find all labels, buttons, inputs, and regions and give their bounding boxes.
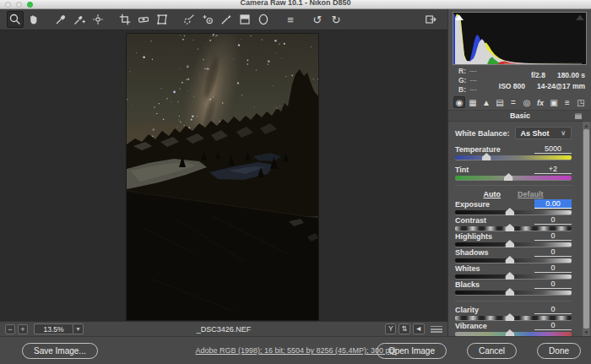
- slider-thumb[interactable]: [505, 208, 514, 215]
- slider-label: Clarity: [455, 306, 479, 314]
- tab-camera-calibration[interactable]: ▣: [548, 96, 560, 108]
- footer-bar: Save Image... Adobe RGB (1998); 16 bit; …: [0, 336, 591, 364]
- exif-readout: f/2.8 180.00 s ISO 800 14-24@17 mm: [489, 67, 588, 95]
- slider-value-field[interactable]: 0: [534, 263, 572, 273]
- shutter-value: 180.00 s: [557, 71, 585, 79]
- color-sampler-tool-icon[interactable]: [71, 11, 88, 28]
- panel-scrollbar[interactable]: ▲ ▼: [583, 122, 590, 336]
- slider-label: Blacks: [455, 280, 480, 289]
- cancel-button[interactable]: Cancel: [467, 343, 517, 359]
- window-title: Camera Raw 10.1 - Nikon D850: [0, 0, 591, 8]
- iso-value: ISO 800: [499, 82, 525, 90]
- fullscreen-toggle-icon[interactable]: [422, 11, 439, 28]
- slider-label: Exposure: [455, 200, 490, 209]
- slider-row-tint: Tint +2: [455, 165, 572, 180]
- image-info: R:--- G:--- B:--- f/2.8 180.00 s ISO 800…: [452, 67, 588, 95]
- done-button[interactable]: Done: [537, 343, 581, 359]
- slider-value-field[interactable]: 0: [534, 280, 572, 289]
- tab-basic[interactable]: ◉: [453, 96, 465, 108]
- swap-before-after-button[interactable]: ⇅: [399, 323, 409, 334]
- panel-tabs: ◉▦▲▤=◎fx▣≡◳: [452, 96, 588, 110]
- tab-tone-curve[interactable]: ▦: [467, 96, 479, 108]
- slider-row-temperature: Temperature 5000: [455, 144, 572, 160]
- auto-link[interactable]: Auto: [483, 190, 501, 198]
- scrollbar-thumb[interactable]: [583, 129, 589, 329]
- transform-tool-icon[interactable]: [154, 11, 171, 28]
- slider-thumb[interactable]: [505, 224, 514, 231]
- slider-track[interactable]: [455, 258, 572, 263]
- tab-split-toning[interactable]: =: [507, 96, 519, 108]
- slider-thumb[interactable]: [505, 240, 514, 247]
- slider-value-field[interactable]: 0: [534, 215, 572, 225]
- slider-track[interactable]: [455, 274, 572, 279]
- graduated-filter-tool-icon[interactable]: [236, 11, 253, 28]
- histogram: [453, 12, 587, 65]
- rotate-left-tool-icon[interactable]: ↺: [309, 11, 326, 28]
- white-balance-tool-icon[interactable]: [52, 11, 69, 28]
- filename-label: _DSC3426.NEF: [0, 325, 447, 334]
- copy-settings-button[interactable]: ◄: [413, 323, 425, 334]
- slider-value-field[interactable]: 0: [534, 231, 572, 241]
- tab-detail[interactable]: ▲: [480, 96, 492, 108]
- white-balance-label: White Balance:: [455, 129, 510, 138]
- slider-track[interactable]: [455, 176, 572, 180]
- slider-thumb[interactable]: [505, 329, 514, 336]
- workflow-options-link[interactable]: Adobe RGB (1998); 16 bit; 5504 by 8256 (…: [195, 346, 395, 355]
- slider-thumb[interactable]: [482, 153, 491, 160]
- radial-filter-tool-icon[interactable]: [255, 11, 272, 28]
- tab-hsl-grayscale[interactable]: ▤: [494, 96, 506, 108]
- tab-presets[interactable]: ≡: [561, 96, 573, 108]
- slider-track[interactable]: [455, 155, 572, 160]
- slider-value-field[interactable]: 0: [534, 321, 572, 330]
- tab-lens-corrections[interactable]: ◎: [521, 96, 533, 108]
- slider-track[interactable]: [455, 242, 572, 247]
- panel-menu-icon[interactable]: [575, 113, 582, 119]
- scroll-down-icon[interactable]: ▼: [583, 329, 589, 335]
- photo-preview[interactable]: [127, 34, 318, 320]
- slider-thumb[interactable]: [505, 272, 514, 280]
- rotate-right-tool-icon[interactable]: ↻: [328, 11, 344, 28]
- slider-label: Highlights: [455, 232, 492, 241]
- white-balance-value: As Shot: [521, 129, 550, 138]
- targeted-adjustment-tool-icon[interactable]: [89, 11, 106, 28]
- slider-thumb[interactable]: [505, 288, 514, 296]
- tab-snapshots[interactable]: ◳: [575, 96, 587, 108]
- slider-value-field[interactable]: +2: [534, 165, 572, 174]
- preferences-tool-icon[interactable]: ≡: [282, 11, 299, 28]
- aperture-value: f/2.8: [531, 71, 545, 79]
- slider-value-field[interactable]: 0: [534, 305, 572, 314]
- slider-track[interactable]: [455, 291, 572, 295]
- slider-value-field[interactable]: 0: [534, 247, 572, 257]
- crop-tool-icon[interactable]: [117, 11, 133, 28]
- white-balance-select[interactable]: As Shot ∨: [515, 127, 572, 139]
- slider-track[interactable]: [455, 226, 572, 231]
- slider-track[interactable]: [455, 210, 572, 215]
- slider-thumb[interactable]: [505, 256, 514, 263]
- basic-controls: White Balance: As Shot ∨ Temperature 500…: [448, 122, 582, 336]
- scroll-up-icon[interactable]: ▲: [583, 122, 589, 128]
- default-link[interactable]: Default: [518, 190, 544, 198]
- zoom-tool-icon[interactable]: [7, 11, 24, 28]
- slider-track[interactable]: [455, 316, 572, 320]
- spot-removal-tool-icon[interactable]: [181, 11, 198, 28]
- hand-tool-icon[interactable]: [25, 11, 42, 28]
- adjustments-panel: R:--- G:--- B:--- f/2.8 180.00 s ISO 800…: [447, 9, 591, 336]
- slider-label: Shadows: [455, 248, 489, 257]
- slider-thumb[interactable]: [505, 313, 514, 321]
- slider-value-field[interactable]: 0.00: [534, 199, 572, 209]
- tab-effects[interactable]: fx: [534, 96, 546, 108]
- preview-menu-icon[interactable]: [431, 326, 442, 333]
- straighten-tool-icon[interactable]: [135, 11, 152, 28]
- save-image-button[interactable]: Save Image...: [22, 343, 98, 359]
- slider-row-vibrance: Vibrance 0: [455, 321, 572, 336]
- red-eye-removal-tool-icon[interactable]: [199, 11, 216, 28]
- adjustment-brush-tool-icon[interactable]: [218, 11, 235, 28]
- slider-value-field[interactable]: 5000: [534, 144, 572, 154]
- lens-value: 14-24@17 mm: [537, 82, 585, 90]
- preview-toggle-button[interactable]: Y: [385, 323, 396, 334]
- slider-row-clarity: Clarity 0: [455, 301, 572, 320]
- panel-title: Basic: [448, 110, 591, 122]
- titlebar: Camera Raw 10.1 - Nikon D850: [0, 0, 591, 9]
- slider-thumb[interactable]: [504, 173, 513, 181]
- slider-row-exposure: Exposure 0.00: [455, 199, 572, 215]
